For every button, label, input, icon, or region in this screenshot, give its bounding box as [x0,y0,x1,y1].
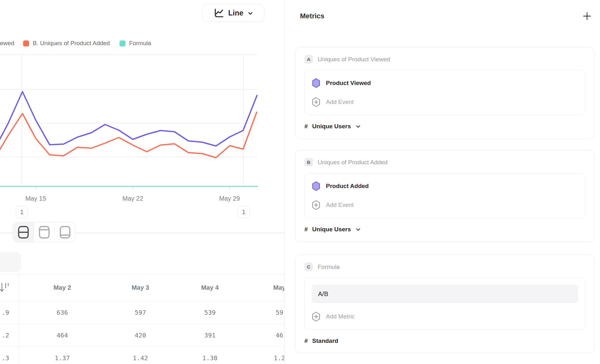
panel-title: Metrics [300,12,324,20]
hash-icon: # [304,226,308,233]
metric-badge-c: C [304,263,313,271]
table-row[interactable]: .31.371.421.381.2 [0,347,284,364]
table-body: .963659753959.246442039146.31.371.421.38… [0,301,284,364]
table-row[interactable]: .246442039146 [0,324,284,347]
event-hexagon-icon [312,78,321,88]
measure-label: Unique Users [312,226,351,233]
table-cell: 597 [106,309,175,316]
add-event-label: Add Event [326,99,354,106]
add-metric-label: Add Metric [326,313,355,320]
column-header[interactable]: May 3 [106,284,175,291]
column-header[interactable]: May 2 [19,284,106,291]
event-hexagon-icon [312,181,321,191]
measure-selector[interactable]: # Unique Users [304,123,585,130]
metric-card-b[interactable]: B Uniques of Product Added Product Added… [295,150,595,242]
event-name: Product Added [326,183,369,190]
formula-type-label: Standard [312,337,338,344]
legend-label: B. Uniques of Product Added [33,40,110,47]
hash-icon: # [304,123,308,130]
metric-title: Formula [318,264,340,270]
measure-selector[interactable]: # Unique Users [304,226,585,233]
add-hexagon-plus-icon [312,312,321,322]
formula-input[interactable]: A/B [312,285,578,303]
table-cell: 539 [175,309,245,316]
formula-value: A/B [318,290,328,298]
split-view-icon [18,225,29,239]
metrics-panel-header: Metrics [300,11,592,21]
annotation-badge-1[interactable]: 1 [16,206,28,218]
table-cell: 1.42 [106,354,175,362]
add-metric-plus-button[interactable] [582,11,592,21]
metric-card-header: A Uniques of Product Viewed [304,55,585,64]
table-cell: 420 [106,331,175,339]
table-cell: 464 [19,331,106,339]
table-cell: 391 [175,331,245,339]
table-only-icon [59,225,71,239]
add-hexagon-plus-icon [312,200,321,210]
layout-toggle-split-view[interactable] [13,222,34,242]
table-row[interactable]: .963659753959 [0,301,284,324]
legend-label: Formula [129,40,151,47]
layout-toggle-table-only[interactable] [54,222,75,242]
layout-toggle-chart-only[interactable] [34,222,54,242]
legend-swatch-teal [119,40,126,46]
chart-only-icon [39,225,50,239]
table-cell: 46 [245,331,284,339]
insights-report: Line ewed B. Uniques of Product Added Fo… [0,0,600,364]
add-event-button[interactable]: Add Event [312,96,578,108]
chevron-down-icon [247,10,254,16]
legend-item-b[interactable]: B. Uniques of Product Added [23,40,110,47]
layout-toggle-group [13,222,76,242]
add-event-label: Add Event [326,202,354,209]
event-list-box: Product Viewed Add Event [304,70,585,115]
x-axis-label: May 15 [25,195,46,202]
x-axis-label: May 22 [122,195,143,202]
event-list-box: Product Added Add Event [304,173,585,218]
table-filter-pill-clipped[interactable] [0,252,21,272]
chevron-down-icon [355,227,361,232]
metric-badge-b: B [304,158,313,167]
hash-icon: # [304,337,308,344]
chart-type-label: Line [228,9,243,17]
breakdown-table: May 2 May 3 May 4 May .963659753959.2464… [0,274,284,364]
metric-card-c[interactable]: C Formula A/B Add Metric # Standard [295,255,595,353]
legend-item-a-truncated[interactable]: ewed [0,40,14,47]
legend-item-formula[interactable]: Formula [119,40,151,47]
line-chart-icon [213,8,224,19]
metric-title: Uniques of Product Added [318,159,388,166]
chart-region: Line ewed B. Uniques of Product Added Fo… [0,0,284,364]
event-row-product-added[interactable]: Product Added [312,180,578,192]
metric-card-header: B Uniques of Product Added [304,158,585,167]
table-cell: 636 [19,309,106,316]
metric-badge-a: A [304,55,313,64]
legend-label: ewed [0,40,14,47]
sort-button[interactable] [0,275,19,301]
formula-box: A/B Add Metric [304,278,585,330]
row-label-clipped: .2 [0,324,19,346]
chevron-down-icon [355,124,361,129]
column-header[interactable]: May 4 [175,284,245,291]
metric-card-header: C Formula [304,263,585,271]
chart-legend: ewed B. Uniques of Product Added Formula [0,39,284,48]
event-name: Product Viewed [326,80,371,87]
table-cell: 1.38 [175,354,245,362]
annotation-badge-2[interactable]: 1 [238,206,250,218]
table-cell: 59 [245,309,284,316]
event-row-product-viewed[interactable]: Product Viewed [312,77,578,89]
x-axis-label: May 29 [219,195,240,202]
table-cell: 1.2 [245,354,284,362]
add-event-button[interactable]: Add Event [312,199,578,211]
formula-type-selector[interactable]: # Standard [304,337,585,344]
line-chart-canvas[interactable]: May 15May 22May 29 [0,47,284,205]
sort-descending-icon [0,282,9,294]
row-label-clipped: .3 [0,347,19,364]
metric-card-a[interactable]: A Uniques of Product Viewed Product View… [295,47,595,139]
add-metric-button[interactable]: Add Metric [312,311,578,323]
measure-label: Unique Users [312,123,351,130]
table-cell: 1.37 [19,354,106,362]
column-header[interactable]: May [245,284,284,291]
table-header-row: May 2 May 3 May 4 May [0,274,284,301]
metric-title: Uniques of Product Viewed [318,56,390,63]
chart-type-dropdown[interactable]: Line [202,4,264,22]
row-label-clipped: .9 [0,301,19,324]
